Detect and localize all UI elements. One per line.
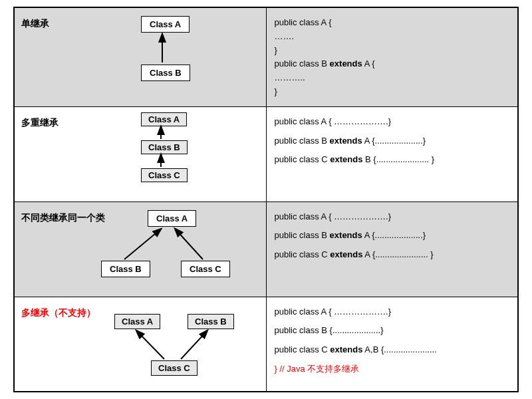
- class-a-box: Class A: [141, 112, 187, 126]
- class-b-box: Class B: [141, 140, 188, 154]
- row2-code: public class A { ……………….}public class B …: [266, 106, 518, 201]
- class-a-box: Class A: [148, 210, 196, 227]
- row4-diagram: 多继承（不支持） Class A Class B Class C: [14, 297, 266, 392]
- code-block: public class A { …….}public class B exte…: [275, 16, 510, 99]
- arrow-icon: [15, 8, 266, 106]
- svg-line-3: [124, 230, 160, 259]
- row3-code: public class A { ……………….}public class B …: [266, 201, 518, 297]
- class-a-box: Class A: [141, 16, 190, 33]
- class-b-box: Class B: [188, 314, 234, 329]
- row2-diagram: 多重继承 Class A Class B Class C: [14, 106, 266, 201]
- svg-line-6: [181, 332, 206, 359]
- class-b-box: Class B: [141, 65, 190, 81]
- row1-label: 单继承: [21, 18, 49, 30]
- code-block: public class A { ……………….}public class B …: [275, 210, 510, 262]
- row1-diagram: 单继承 Class A Class B: [14, 7, 266, 106]
- row1-code: public class A { …….}public class B exte…: [266, 7, 518, 106]
- row3-label: 不同类继承同一个类: [21, 212, 105, 224]
- inheritance-table: 单继承 Class A Class B public class A { …….…: [13, 7, 519, 392]
- class-c-box: Class C: [181, 261, 230, 277]
- row2-label: 多重继承: [21, 117, 59, 129]
- svg-line-4: [176, 230, 203, 259]
- class-a-box: Class A: [114, 314, 160, 329]
- row3-diagram: 不同类继承同一个类 Class A Class B Class C: [14, 201, 266, 297]
- row4-code: public class A { ……………….}public class B …: [266, 297, 518, 392]
- code-block: public class A { ……………….}public class B …: [275, 115, 510, 167]
- svg-line-5: [138, 332, 164, 359]
- class-b-box: Class B: [101, 261, 150, 277]
- row4-label: 多继承（不支持）: [21, 307, 96, 319]
- class-c-box: Class C: [151, 360, 198, 376]
- class-c-box: Class C: [141, 168, 188, 182]
- code-block: public class A { ……………….}public class B …: [275, 305, 510, 376]
